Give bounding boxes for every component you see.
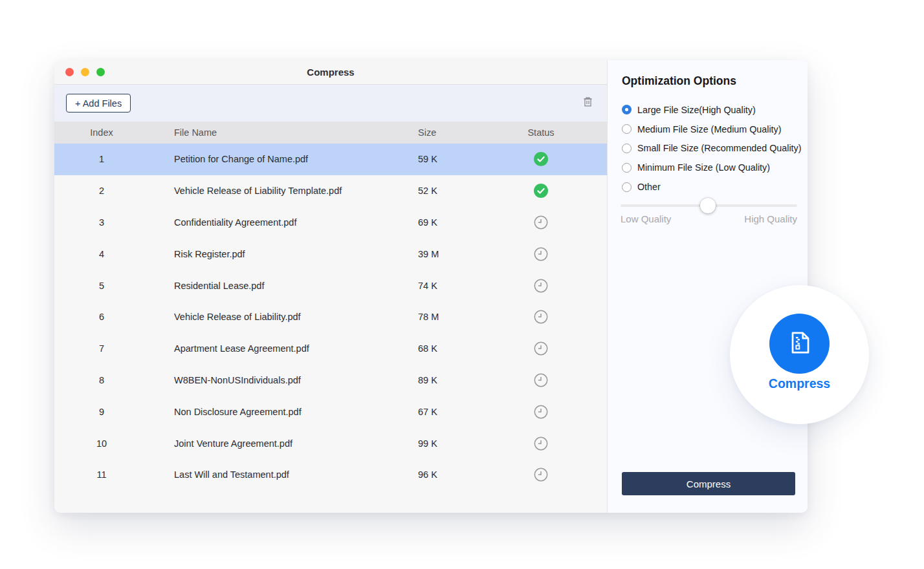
slider-high-label: High Quality xyxy=(744,213,797,224)
row-size-cell: 69 K xyxy=(418,217,496,228)
clock-icon xyxy=(534,310,548,324)
table-row[interactable]: 1 Petition for Change of Name.pdf 59 K xyxy=(54,144,607,175)
radio-option[interactable]: Small File Size (Recommended Quality) xyxy=(622,139,801,158)
radio-option-label: Large File Size(High Quality) xyxy=(637,105,756,115)
column-header-name: File Name xyxy=(149,127,418,138)
row-status-cell xyxy=(496,341,586,356)
radio-option[interactable]: Minimum File Size (Low Quality) xyxy=(622,158,801,177)
quality-options: Large File Size(High Quality) Medium Fil… xyxy=(622,100,801,197)
row-filename-cell: Joint Venture Agreement.pdf xyxy=(149,438,418,449)
row-filename-cell: Confidentiality Agreement.pdf xyxy=(149,217,418,228)
radio-icon xyxy=(622,163,632,173)
delete-files-button[interactable] xyxy=(578,94,597,112)
row-size-cell: 96 K xyxy=(418,469,496,480)
row-index-cell: 1 xyxy=(54,154,149,164)
row-filename-cell: Residential Lease.pdf xyxy=(149,281,418,291)
quality-slider-thumb[interactable] xyxy=(700,198,716,213)
clock-icon xyxy=(534,247,548,261)
row-filename-cell: Non Disclosure Agreement.pdf xyxy=(149,407,418,417)
table-row[interactable]: 2 Vehicle Release of Liability Template.… xyxy=(54,175,607,207)
row-size-cell: 39 M xyxy=(418,249,496,259)
row-size-cell: 99 K xyxy=(418,438,496,449)
row-status-cell xyxy=(496,373,586,387)
table-header: Index File Name Size Status xyxy=(54,122,607,144)
row-size-cell: 74 K xyxy=(418,281,496,291)
table-row[interactable]: 9 Non Disclosure Agreement.pdf 67 K xyxy=(54,396,607,427)
column-header-size: Size xyxy=(418,127,496,138)
optimization-sidebar: Optimization Options Large File Size(Hig… xyxy=(607,60,808,513)
clock-icon xyxy=(534,341,548,356)
row-index-cell: 6 xyxy=(54,312,149,322)
compress-button[interactable]: Compress xyxy=(622,472,795,495)
slider-low-label: Low Quality xyxy=(621,213,671,224)
table-row[interactable]: 7 Apartment Lease Agreement.pdf 68 K xyxy=(54,333,607,365)
row-status-cell xyxy=(496,184,586,198)
table-row[interactable]: 4 Risk Register.pdf 39 M xyxy=(54,238,607,270)
table-row[interactable]: 10 Joint Venture Agreement.pdf 99 K xyxy=(54,427,607,459)
quality-slider-block: Low Quality High Quality xyxy=(621,204,797,224)
row-size-cell: 68 K xyxy=(418,343,496,354)
row-index-cell: 8 xyxy=(54,375,149,385)
row-status-cell xyxy=(496,279,586,293)
table-row[interactable]: 11 Last Will and Testament.pdf 96 K xyxy=(54,459,607,491)
row-index-cell: 3 xyxy=(54,217,149,228)
window-title: Compress xyxy=(54,67,607,78)
row-index-cell: 5 xyxy=(54,281,149,291)
check-circle-icon xyxy=(534,152,548,166)
titlebar: Compress xyxy=(54,60,607,85)
row-index-cell: 11 xyxy=(54,469,149,480)
row-size-cell: 59 K xyxy=(418,154,496,164)
clock-icon xyxy=(534,279,548,293)
radio-option-label: Minimum File Size (Low Quality) xyxy=(637,162,770,173)
row-status-cell xyxy=(496,436,586,451)
radio-icon xyxy=(622,124,632,134)
clock-icon xyxy=(534,436,548,451)
page: Compress + Add Files Index xyxy=(0,0,924,569)
radio-option-label: Medium File Size (Medium Quality) xyxy=(637,124,781,134)
quality-slider[interactable] xyxy=(621,204,797,207)
trash-icon xyxy=(582,96,594,110)
compress-badge: Compress xyxy=(730,285,869,424)
table-row[interactable]: 3 Confidentiality Agreement.pdf 69 K xyxy=(54,207,607,239)
row-status-cell xyxy=(496,467,586,482)
clock-icon xyxy=(534,467,548,482)
clock-icon xyxy=(534,373,548,387)
radio-option-label: Other xyxy=(637,182,661,192)
row-size-cell: 89 K xyxy=(418,375,496,385)
row-filename-cell: Petition for Change of Name.pdf xyxy=(149,154,418,164)
radio-option[interactable]: Large File Size(High Quality) xyxy=(622,100,801,120)
row-size-cell: 52 K xyxy=(418,186,496,196)
row-filename-cell: Risk Register.pdf xyxy=(149,249,418,259)
row-filename-cell: Apartment Lease Agreement.pdf xyxy=(149,343,418,354)
row-status-cell xyxy=(496,152,586,166)
row-size-cell: 78 M xyxy=(418,312,496,322)
zip-file-icon xyxy=(785,328,815,360)
radio-icon xyxy=(622,105,632,114)
column-header-index: Index xyxy=(54,127,149,138)
clock-icon xyxy=(534,215,548,230)
column-header-status: Status xyxy=(496,127,586,138)
file-table-body: 1 Petition for Change of Name.pdf 59 K 2… xyxy=(54,144,607,491)
row-index-cell: 7 xyxy=(54,343,149,354)
table-row[interactable]: 5 Residential Lease.pdf 74 K xyxy=(54,270,607,301)
compress-window: Compress + Add Files Index xyxy=(54,60,808,513)
table-row[interactable]: 8 W8BEN-NonUSIndividuals.pdf 89 K xyxy=(54,365,607,396)
row-index-cell: 2 xyxy=(54,186,149,196)
radio-option[interactable]: Other xyxy=(622,177,801,197)
row-filename-cell: W8BEN-NonUSIndividuals.pdf xyxy=(149,375,418,385)
add-files-button[interactable]: + Add Files xyxy=(66,94,131,113)
row-size-cell: 67 K xyxy=(418,407,496,417)
row-status-cell xyxy=(496,247,586,261)
row-status-cell xyxy=(496,405,586,419)
row-index-cell: 10 xyxy=(54,438,149,449)
row-index-cell: 4 xyxy=(54,249,149,259)
radio-option[interactable]: Medium File Size (Medium Quality) xyxy=(622,120,801,139)
row-status-cell xyxy=(496,310,586,324)
radio-option-label: Small File Size (Recommended Quality) xyxy=(637,143,801,153)
radio-icon xyxy=(622,182,632,192)
table-row[interactable]: 6 Vehicle Release of Liability.pdf 78 M xyxy=(54,301,607,333)
main-panel: Compress + Add Files Index xyxy=(54,60,607,513)
check-circle-icon xyxy=(534,184,548,198)
row-status-cell xyxy=(496,215,586,230)
row-filename-cell: Vehicle Release of Liability.pdf xyxy=(149,312,418,322)
